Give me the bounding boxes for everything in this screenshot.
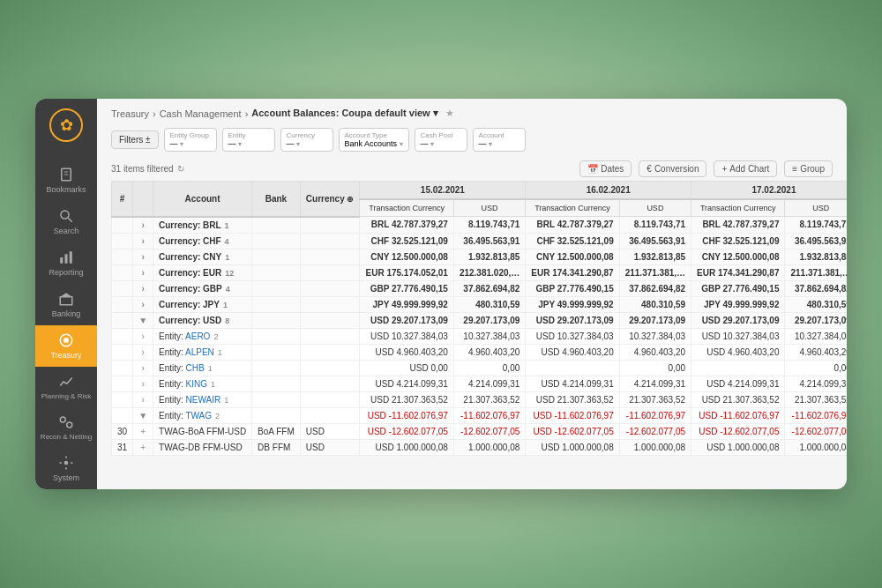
sidebar-item-bookmarks[interactable]: Bookmarks xyxy=(35,160,97,201)
filter-account-type-value: Bank Accounts ▾ xyxy=(345,139,403,148)
filter-toolbar: Filters ± Entity Group — ▾ Entity — ▾ Cu… xyxy=(97,123,847,157)
conversion-button[interactable]: € Conversion xyxy=(639,160,706,177)
row-bank xyxy=(252,249,301,264)
row-d2-usd: 21.307.363,52 xyxy=(619,391,691,407)
entity-link[interactable]: KING xyxy=(186,379,207,389)
row-expand[interactable]: › xyxy=(133,264,153,280)
entity-link[interactable]: CHB xyxy=(186,363,205,373)
sidebar-item-search[interactable]: Search xyxy=(35,201,97,242)
row-d1-usd: -11.602.076,97 xyxy=(453,407,525,423)
sidebar-bookmarks-label: Bookmarks xyxy=(46,185,86,194)
row-d3-tc: USD 21.307.363,52 xyxy=(691,391,785,407)
row-d1-tc: USD 29.207.173,09 xyxy=(360,312,453,328)
sidebar-item-treasury[interactable]: Treasury xyxy=(35,325,97,367)
row-account: Entity: KING1 xyxy=(153,376,252,391)
sidebar-item-banking[interactable]: Banking xyxy=(35,284,97,325)
group-button[interactable]: ≡ Group xyxy=(784,160,833,177)
row-d2-tc: BRL 42.787.379,27 xyxy=(526,217,619,234)
entity-link[interactable]: NEWAIR xyxy=(186,395,221,405)
svg-line-6 xyxy=(68,218,72,222)
row-expand[interactable]: › xyxy=(133,376,153,391)
row-d3-usd: 1.932.813,85 xyxy=(785,249,847,264)
row-bank xyxy=(252,328,301,344)
filter-currency[interactable]: Currency — ▾ xyxy=(280,128,333,152)
row-d2-tc: USD 21.307.363,52 xyxy=(526,391,619,407)
sidebar-item-reporting[interactable]: Reporting xyxy=(35,242,97,284)
row-account: Currency: USD8 xyxy=(153,312,252,328)
sub-usd-3: USD xyxy=(785,199,847,217)
row-expand[interactable]: › xyxy=(133,233,153,249)
row-currency xyxy=(300,328,360,344)
filter-entity[interactable]: Entity — ▾ xyxy=(222,128,275,152)
refresh-icon[interactable]: ↻ xyxy=(177,164,184,174)
row-d2-tc: JPY 49.999.999,92 xyxy=(526,296,619,312)
row-currency: USD xyxy=(300,423,360,439)
dates-label: Dates xyxy=(601,164,624,174)
row-d3-tc: USD 4.960.403,20 xyxy=(691,344,785,360)
row-expand[interactable]: › xyxy=(133,360,153,376)
row-bank xyxy=(252,264,301,280)
sidebar-item-system[interactable]: System xyxy=(35,448,97,489)
entity-link[interactable]: AERO xyxy=(185,331,210,341)
row-d2-usd: 4.214.099,31 xyxy=(619,376,691,391)
row-d3-usd: 4.960.403,20 xyxy=(785,344,847,360)
sidebar-item-planning[interactable]: Planning & Risk xyxy=(35,367,97,407)
filter-cash-pool[interactable]: Cash Pool — ▾ xyxy=(415,128,467,152)
sidebar-search-label: Search xyxy=(54,227,79,235)
expand-icon: › xyxy=(141,220,144,230)
items-count: 31 items filtered xyxy=(111,164,174,174)
row-d1-tc: USD 4.960.403,20 xyxy=(360,344,453,360)
status-right: 📅 Dates € Conversion + Add Chart ≡ Group xyxy=(579,160,833,177)
favorite-icon[interactable]: ★ xyxy=(445,108,454,119)
svg-rect-10 xyxy=(60,297,72,305)
row-d1-usd: 212.381.020,… xyxy=(453,264,525,280)
filter-account-type[interactable]: Account Type Bank Accounts ▾ xyxy=(339,128,409,152)
row-expand[interactable]: › xyxy=(133,280,153,296)
status-left: 31 items filtered ↻ xyxy=(111,164,184,174)
svg-rect-8 xyxy=(65,254,68,264)
breadcrumb-treasury[interactable]: Treasury xyxy=(111,108,149,119)
entity-link[interactable]: ALPEN xyxy=(185,347,214,357)
row-expand[interactable]: › xyxy=(133,328,153,344)
dates-button[interactable]: 📅 Dates xyxy=(579,160,632,177)
filter-cash-pool-label: Cash Pool xyxy=(421,131,461,139)
group-icon: ≡ xyxy=(792,164,797,174)
filters-button[interactable]: Filters ± xyxy=(111,130,159,149)
entity-link[interactable]: TWAG xyxy=(185,411,212,421)
row-expand[interactable]: › xyxy=(133,344,153,360)
col-hash: # xyxy=(112,182,133,217)
add-chart-button[interactable]: + Add Chart xyxy=(714,160,777,177)
row-account: Currency: BRL1 xyxy=(153,217,252,234)
row-d2-usd: -12.602.077,05 xyxy=(619,423,691,439)
row-d1-usd: 1.932.813,85 xyxy=(453,249,525,264)
sub-tc-2: Transaction Currency xyxy=(526,199,619,217)
row-account: Currency: CHF4 xyxy=(153,233,252,249)
row-num xyxy=(112,249,133,264)
row-num xyxy=(112,217,133,234)
row-bank xyxy=(252,344,301,360)
row-d1-tc: USD 4.214.099,31 xyxy=(360,376,453,391)
filter-entity-group[interactable]: Entity Group — ▾ xyxy=(164,128,217,152)
row-expand[interactable]: › xyxy=(133,296,153,312)
row-d2-usd: 36.495.563,91 xyxy=(619,233,691,249)
row-expand[interactable]: ▼ xyxy=(133,407,153,423)
filter-currency-label: Currency xyxy=(287,131,327,139)
row-d2-tc: USD 4.960.403,20 xyxy=(526,344,619,360)
main-content: Treasury › Cash Management › Account Bal… xyxy=(97,99,847,489)
sidebar-item-recon[interactable]: Recon & Netting xyxy=(35,407,97,448)
row-currency: USD xyxy=(300,439,360,455)
filter-entity-value: — ▾ xyxy=(228,139,269,148)
calendar-icon: 📅 xyxy=(587,164,598,174)
breadcrumb-cash-mgmt[interactable]: Cash Management xyxy=(160,108,242,119)
row-expand[interactable]: ▼ xyxy=(133,312,153,328)
row-d1-tc: BRL 42.787.379,27 xyxy=(360,217,453,234)
row-account: Entity: CHB1 xyxy=(153,360,252,376)
row-currency xyxy=(300,217,360,234)
svg-point-5 xyxy=(61,211,69,219)
sub-tc-1: Transaction Currency xyxy=(360,199,453,217)
filter-account[interactable]: Account — ▾ xyxy=(473,128,526,152)
row-expand[interactable]: › xyxy=(133,391,153,407)
add-chart-label: Add Chart xyxy=(729,164,769,174)
row-expand[interactable]: › xyxy=(133,217,153,234)
row-expand[interactable]: › xyxy=(133,249,153,264)
